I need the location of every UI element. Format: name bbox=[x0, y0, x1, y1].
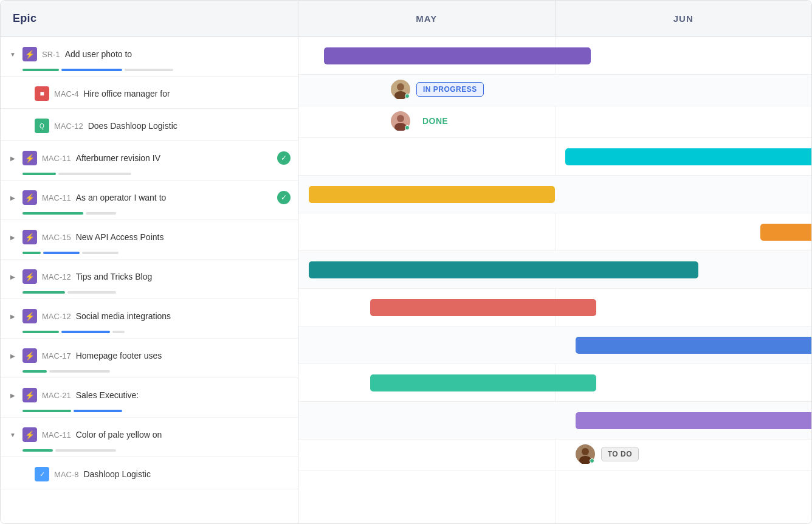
check-mac11a: ✓ bbox=[277, 151, 291, 165]
epic-icon-mac12b: ⚡ bbox=[22, 269, 37, 284]
epic-id-mac12c: MAC-12 bbox=[42, 312, 71, 321]
expand-sr1[interactable]: ▼ bbox=[8, 49, 18, 59]
chart-row-mac21 bbox=[298, 364, 811, 402]
epic-title-mac12b: Tips and Tricks Blog bbox=[76, 272, 291, 281]
epic-id-mac11a: MAC-11 bbox=[42, 154, 71, 163]
expand-mac11a[interactable]: ▶ bbox=[8, 153, 18, 163]
gantt-body: ▼ ⚡ SR-1 Add user photo to ■ MAC-4 Hir bbox=[1, 37, 811, 523]
epic-row-main-mac15: ▶ ⚡ MAC-15 New API Access Points bbox=[1, 220, 298, 252]
progress-mac11c bbox=[1, 449, 298, 457]
expand-mac17[interactable]: ▶ bbox=[8, 351, 18, 360]
chart-row-mac11a bbox=[298, 138, 811, 176]
header-month-jun: JUN bbox=[556, 1, 812, 36]
epic-title-mac12c: Social media integrations bbox=[76, 311, 291, 321]
epic-row-sr1: ▼ ⚡ SR-1 Add user photo to bbox=[1, 37, 298, 77]
epic-row-main-mac12b: ▶ ⚡ MAC-12 Tips and Tricks Blog bbox=[1, 260, 298, 291]
expand-mac21[interactable]: ▶ bbox=[8, 390, 18, 400]
epic-title-mac8: Dashloop Logistic bbox=[83, 469, 291, 479]
expand-mac12c[interactable]: ▶ bbox=[8, 311, 18, 321]
epic-title-mac11b: As an operator I want to bbox=[76, 193, 272, 202]
epic-row-mac11c: ▼ ⚡ MAC-11 Color of pale yellow on bbox=[1, 418, 298, 457]
pb-green bbox=[22, 173, 56, 175]
pb-green bbox=[22, 291, 65, 294]
progress-mac17 bbox=[1, 370, 298, 377]
epic-id-mac15: MAC-15 bbox=[42, 233, 71, 242]
expand-mac11b[interactable]: ▶ bbox=[8, 193, 18, 202]
header-month-may: MAY bbox=[298, 1, 556, 36]
epic-id-mac12a: MAC-12 bbox=[54, 122, 83, 131]
expand-mac12b[interactable]: ▶ bbox=[8, 272, 18, 281]
avatar-mac12a bbox=[391, 111, 410, 131]
gantt-bar-sr1 bbox=[324, 47, 591, 64]
progress-mac11a bbox=[1, 173, 298, 180]
pb-green bbox=[22, 449, 53, 452]
pb-gray bbox=[112, 331, 125, 333]
mac4-status-group: IN PROGRESS bbox=[391, 80, 484, 99]
epic-icon-sr1: ⚡ bbox=[22, 47, 37, 61]
progress-mac12c bbox=[1, 331, 298, 338]
epic-title-mac15: New API Access Points bbox=[76, 232, 291, 242]
epic-icon-mac15: ⚡ bbox=[22, 230, 37, 244]
epic-row-main-mac11a: ▶ ⚡ MAC-11 Afterburner revision IV ✓ bbox=[1, 141, 298, 173]
progress-mac12b bbox=[1, 291, 298, 298]
svg-point-1 bbox=[397, 83, 404, 91]
epic-title-sr1: Add user photo to bbox=[65, 49, 291, 59]
epic-row-mac12b: ▶ ⚡ MAC-12 Tips and Tricks Blog bbox=[1, 260, 298, 299]
pb-gray bbox=[55, 449, 116, 452]
epic-row-mac12c: ▶ ⚡ MAC-12 Social media integrations bbox=[1, 299, 298, 339]
epic-title-mac17: Homepage footer uses bbox=[76, 351, 291, 360]
gantt-bar-mac15 bbox=[760, 224, 811, 241]
chart-row-mac12c bbox=[298, 289, 811, 326]
chart-row-sr1 bbox=[298, 37, 811, 75]
svg-point-4 bbox=[397, 115, 404, 122]
epic-title-mac4: Hire office manager for bbox=[83, 89, 291, 98]
epic-row-main-sr1: ▼ ⚡ SR-1 Add user photo to bbox=[1, 37, 298, 69]
chart-panel: IN PROGRESS bbox=[298, 37, 811, 523]
epic-row-main-mac4: ■ MAC-4 Hire office manager for bbox=[1, 77, 298, 108]
epic-icon-mac12c: ⚡ bbox=[22, 309, 37, 323]
epic-row-main-mac21: ▶ ⚡ MAC-21 Sales Executive: bbox=[1, 378, 298, 410]
epic-id-mac17: MAC-17 bbox=[42, 351, 71, 360]
epic-id-mac8: MAC-8 bbox=[54, 470, 78, 479]
epic-id-mac21: MAC-21 bbox=[42, 391, 71, 400]
header-epic-cell: Epic bbox=[1, 1, 298, 36]
status-todo: TO DO bbox=[601, 447, 639, 461]
header-months: MAY JUN bbox=[298, 1, 811, 36]
pb-gray bbox=[49, 370, 110, 373]
gantt-bar-mac11b bbox=[309, 186, 555, 203]
epic-icon-mac11a: ⚡ bbox=[22, 151, 37, 165]
chart-rows-container: IN PROGRESS bbox=[298, 37, 811, 523]
chart-row-mac11c bbox=[298, 402, 811, 440]
epic-icon-mac11b: ⚡ bbox=[22, 190, 37, 205]
progress-mac21 bbox=[1, 410, 298, 417]
epic-row-main-mac17: ▶ ⚡ MAC-17 Homepage footer uses bbox=[1, 339, 298, 370]
epic-id-sr1: SR-1 bbox=[42, 50, 60, 59]
chart-inner: IN PROGRESS bbox=[298, 37, 811, 523]
epic-row-mac17: ▶ ⚡ MAC-17 Homepage footer uses bbox=[1, 339, 298, 378]
pb-blue bbox=[43, 252, 80, 254]
epic-panel: ▼ ⚡ SR-1 Add user photo to ■ MAC-4 Hir bbox=[1, 37, 298, 523]
expand-mac15[interactable]: ▶ bbox=[8, 232, 18, 242]
svg-point-7 bbox=[582, 448, 589, 455]
epic-row-main-mac12c: ▶ ⚡ MAC-12 Social media integrations bbox=[1, 299, 298, 331]
epic-title-mac11a: Afterburner revision IV bbox=[76, 153, 272, 163]
online-dot-mac4 bbox=[405, 94, 410, 98]
epic-row-main-mac11c: ▼ ⚡ MAC-11 Color of pale yellow on bbox=[1, 418, 298, 449]
epic-row-mac4: ■ MAC-4 Hire office manager for bbox=[1, 77, 298, 109]
progress-mac11b bbox=[1, 212, 298, 219]
chart-row-mac15 bbox=[298, 213, 811, 251]
pb-gray bbox=[67, 291, 116, 294]
progress-mac15 bbox=[1, 252, 298, 259]
gantt-bar-mac11c bbox=[576, 412, 811, 429]
epic-row-mac11b: ▶ ⚡ MAC-11 As an operator I want to ✓ bbox=[1, 181, 298, 220]
epic-column-header: Epic bbox=[13, 12, 36, 25]
epic-row-main-mac12a: Q MAC-12 Does Dashloop Logistic bbox=[1, 109, 298, 140]
pb-blue bbox=[74, 410, 122, 412]
status-in-progress: IN PROGRESS bbox=[416, 82, 484, 97]
status-done: DONE bbox=[416, 114, 454, 128]
expand-mac11c[interactable]: ▼ bbox=[8, 430, 18, 440]
online-dot-mac12a bbox=[405, 125, 410, 130]
progress-bar-blue bbox=[61, 69, 122, 71]
epic-row-main-mac8: ✓ MAC-8 Dashloop Logistic bbox=[1, 457, 298, 489]
pb-green bbox=[22, 252, 41, 254]
